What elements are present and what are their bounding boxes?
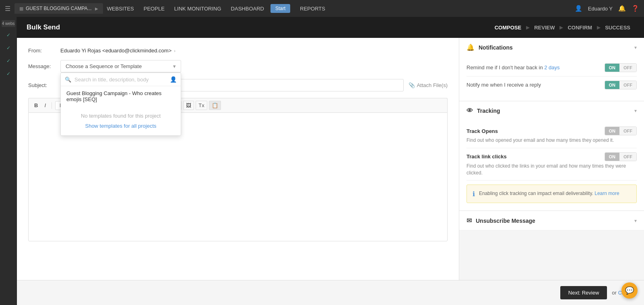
reply-toggle[interactable]: ON OFF bbox=[605, 81, 637, 89]
sidebar-item-1[interactable]: ✓ bbox=[2, 29, 15, 41]
image-button[interactable]: 🖼 bbox=[183, 101, 194, 110]
unsubscribe-section: ✉ Unsubscribe Message ▾ bbox=[459, 211, 644, 230]
step-arrow-3: ▶ bbox=[597, 25, 600, 30]
days-link[interactable]: 2 days bbox=[544, 64, 559, 71]
checkbox-icon-2: ✓ bbox=[6, 45, 10, 51]
people-icon[interactable]: 👤 bbox=[170, 76, 177, 83]
notifications-icon[interactable]: 🔔 bbox=[618, 5, 626, 12]
track-opens-desc: Find out who opened your email and how m… bbox=[466, 137, 637, 144]
user-name[interactable]: Eduardo Y bbox=[588, 6, 613, 12]
from-chevron-icon: › bbox=[174, 48, 175, 53]
notifications-title: Notifications bbox=[479, 44, 513, 51]
sidebar-count: 4 webs bbox=[2, 20, 15, 27]
clear-format-icon: Tx bbox=[198, 102, 204, 108]
unsubscribe-title-group: ✉ Unsubscribe Message bbox=[466, 217, 535, 224]
italic-icon: I bbox=[44, 102, 46, 108]
from-row: From: Eduardo Yi Rojas <eduardo@clickmin… bbox=[28, 48, 448, 54]
sidebar-item-4[interactable]: ✓ bbox=[2, 68, 15, 79]
checkbox-icon-4: ✓ bbox=[6, 71, 10, 77]
image-icon: 🖼 bbox=[186, 102, 191, 108]
track-clicks-toggle-off[interactable]: OFF bbox=[619, 153, 636, 161]
bold-icon: B bbox=[34, 102, 38, 108]
reply-notify-text: Notify me when I receive a reply bbox=[466, 81, 541, 89]
layout: 4 webs ✓ ✓ ✓ ✓ Bulk Send COMPOSE ▶ REVIE… bbox=[0, 17, 644, 305]
unsubscribe-icon: ✉ bbox=[466, 217, 472, 224]
warning-message: Enabling click tracking can impact email… bbox=[479, 191, 593, 196]
toolbar-divider-1 bbox=[52, 102, 52, 109]
track-opens-title: Track Opens bbox=[466, 128, 498, 134]
track-opens-toggle-off[interactable]: OFF bbox=[619, 127, 636, 135]
no-templates-message: No templates found for this project bbox=[61, 106, 181, 121]
nav-websites[interactable]: WEBSITES bbox=[107, 6, 134, 12]
from-value[interactable]: Eduardo Yi Rojas <eduardo@clickminded.co… bbox=[60, 48, 175, 54]
remind-toggle-on[interactable]: ON bbox=[605, 64, 620, 72]
italic-button[interactable]: I bbox=[42, 101, 48, 110]
nav-reports[interactable]: REPORTS bbox=[300, 6, 325, 12]
campaign-tab[interactable]: ▦ GUEST BLOGGING CAMPA... ▶ bbox=[14, 3, 103, 14]
checkbox-icon-3: ✓ bbox=[6, 58, 10, 64]
track-opens-row: Track Opens ON OFF Find out who opened y… bbox=[466, 122, 637, 148]
tracking-title: Tracking bbox=[477, 108, 500, 114]
step-arrow-2: ▶ bbox=[559, 25, 563, 30]
show-all-templates-link[interactable]: Show templates for all projects bbox=[61, 121, 181, 132]
right-icons: 👤 Eduardo Y 🔔 ❓ bbox=[575, 5, 639, 12]
bulk-header: Bulk Send COMPOSE ▶ REVIEW ▶ CONFIRM ▶ S… bbox=[17, 17, 644, 38]
tracking-header[interactable]: 👁 Tracking ▾ bbox=[459, 102, 644, 120]
step-confirm: CONFIRM bbox=[564, 25, 596, 31]
step-arrow-1: ▶ bbox=[526, 25, 529, 30]
chat-icon: 💬 bbox=[625, 286, 634, 295]
notification-reply-row: Notify me when I receive a reply ON OFF bbox=[466, 77, 637, 93]
track-clicks-desc: Find out who clicked the links in your e… bbox=[466, 163, 637, 176]
next-review-button[interactable]: Next: Review bbox=[560, 286, 607, 299]
attach-files-button[interactable]: 📎 Attach File(s) bbox=[409, 82, 448, 88]
learn-more-link[interactable]: Learn more bbox=[594, 191, 619, 196]
track-opens-toggle-on[interactable]: ON bbox=[605, 127, 620, 135]
avatar-icon[interactable]: 👤 bbox=[575, 5, 582, 12]
notifications-header[interactable]: 🔔 Notifications ▾ bbox=[459, 38, 644, 57]
track-clicks-header: Track link clicks ON OFF bbox=[466, 152, 637, 161]
track-clicks-toggle-on[interactable]: ON bbox=[605, 153, 620, 161]
warning-text-content: Enabling click tracking can impact email… bbox=[479, 190, 619, 197]
remind-toggle[interactable]: ON OFF bbox=[605, 63, 637, 72]
checkbox-icon-1: ✓ bbox=[6, 32, 10, 38]
track-clicks-toggle[interactable]: ON OFF bbox=[605, 152, 637, 161]
sequence-search-input[interactable] bbox=[74, 77, 167, 83]
track-opens-toggle[interactable]: ON OFF bbox=[605, 127, 637, 135]
step-confirm-label: CONFIRM bbox=[568, 25, 592, 31]
tracking-body: Track Opens ON OFF Find out who opened y… bbox=[459, 120, 644, 210]
tab-arrow-icon: ▶ bbox=[95, 6, 98, 11]
step-success-label: SUCCESS bbox=[605, 25, 630, 31]
sequence-item[interactable]: Guest Blogging Campaign - Who creates em… bbox=[61, 86, 181, 106]
start-button[interactable]: Start bbox=[270, 4, 290, 13]
right-panel: 🔔 Notifications ▾ Remind me if I don't h… bbox=[459, 38, 644, 280]
sequence-dropdown-panel: 🔍 👤 Guest Blogging Campaign - Who create… bbox=[60, 73, 181, 136]
paste-button[interactable]: 📋 bbox=[209, 101, 221, 110]
track-opens-header: Track Opens ON OFF bbox=[466, 127, 637, 135]
reply-toggle-on[interactable]: ON bbox=[605, 81, 620, 89]
nav-link-monitoring[interactable]: LINK MONITORING bbox=[174, 6, 221, 12]
reply-toggle-off[interactable]: OFF bbox=[619, 81, 636, 89]
no-templates-text: No templates found for this project bbox=[81, 113, 161, 119]
top-nav: ☰ ▦ GUEST BLOGGING CAMPA... ▶ WEBSITES P… bbox=[0, 0, 644, 17]
nav-people[interactable]: PEOPLE bbox=[144, 6, 165, 12]
bulk-body: From: Eduardo Yi Rojas <eduardo@clickmin… bbox=[17, 38, 644, 280]
sidebar-item-2[interactable]: ✓ bbox=[2, 42, 15, 54]
step-compose-label: COMPOSE bbox=[495, 25, 521, 31]
campaign-icon: ▦ bbox=[19, 6, 23, 11]
unsubscribe-title: Unsubscribe Message bbox=[476, 218, 535, 224]
help-icon[interactable]: ❓ bbox=[632, 5, 639, 12]
clear-format-button[interactable]: Tx bbox=[196, 101, 207, 110]
sidebar-item-3[interactable]: ✓ bbox=[2, 55, 15, 66]
step-success: SUCCESS bbox=[601, 25, 634, 31]
message-row: Message: Choose a Sequence or Template ▾… bbox=[28, 60, 448, 73]
hamburger-icon[interactable]: ☰ bbox=[5, 5, 10, 12]
remind-toggle-off[interactable]: OFF bbox=[619, 64, 636, 72]
tracking-chevron-icon: ▾ bbox=[634, 108, 637, 114]
nav-dashboard[interactable]: DASHBOARD bbox=[231, 6, 264, 12]
unsubscribe-header[interactable]: ✉ Unsubscribe Message ▾ bbox=[459, 211, 644, 230]
sequence-dropdown-trigger[interactable]: Choose a Sequence or Template ▾ bbox=[60, 60, 181, 73]
bold-button[interactable]: B bbox=[32, 101, 40, 110]
chat-bubble-button[interactable]: 💬 bbox=[621, 282, 638, 299]
sequence-item-label: Guest Blogging Campaign - Who creates em… bbox=[66, 90, 161, 102]
message-label: Message: bbox=[28, 60, 60, 69]
